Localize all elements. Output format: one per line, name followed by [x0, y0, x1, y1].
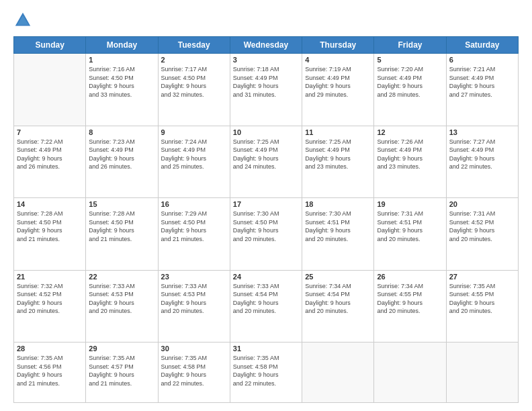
day-number: 18: [305, 200, 371, 208]
day-info: Sunrise: 7:34 AMSunset: 4:54 PMDaylight:…: [305, 282, 371, 316]
day-info: Sunrise: 7:21 AMSunset: 4:49 PMDaylight:…: [449, 65, 515, 99]
calendar-week-2: 7Sunrise: 7:22 AMSunset: 4:49 PMDaylight…: [14, 126, 519, 198]
page: SundayMondayTuesdayWednesdayThursdayFrid…: [0, 0, 532, 411]
day-info: Sunrise: 7:28 AMSunset: 4:50 PMDaylight:…: [17, 210, 83, 243]
day-number: 21: [17, 273, 83, 281]
day-info: Sunrise: 7:28 AMSunset: 4:50 PMDaylight:…: [89, 210, 154, 243]
calendar-cell: 15Sunrise: 7:28 AMSunset: 4:50 PMDayligh…: [86, 198, 158, 271]
day-info: Sunrise: 7:30 AMSunset: 4:50 PMDaylight:…: [233, 210, 299, 243]
calendar-cell: 12Sunrise: 7:26 AMSunset: 4:49 PMDayligh…: [374, 126, 446, 198]
day-number: 12: [377, 128, 443, 136]
day-info: Sunrise: 7:34 AMSunset: 4:55 PMDaylight:…: [377, 282, 443, 316]
day-info: Sunrise: 7:35 AMSunset: 4:58 PMDaylight:…: [161, 354, 227, 387]
calendar-cell: 31Sunrise: 7:35 AMSunset: 4:58 PMDayligh…: [230, 342, 302, 403]
logo: [13, 11, 35, 30]
day-number: 30: [161, 345, 227, 353]
day-info: Sunrise: 7:35 AMSunset: 4:57 PMDaylight:…: [89, 354, 154, 387]
calendar-week-3: 14Sunrise: 7:28 AMSunset: 4:50 PMDayligh…: [14, 198, 519, 271]
header: [13, 11, 519, 30]
day-info: Sunrise: 7:20 AMSunset: 4:49 PMDaylight:…: [377, 65, 443, 99]
day-number: 16: [161, 200, 227, 208]
calendar-cell: 9Sunrise: 7:24 AMSunset: 4:49 PMDaylight…: [158, 126, 230, 198]
calendar-cell: 26Sunrise: 7:34 AMSunset: 4:55 PMDayligh…: [374, 270, 446, 342]
day-number: 15: [89, 200, 154, 208]
day-number: 3: [233, 56, 299, 64]
day-info: Sunrise: 7:35 AMSunset: 4:55 PMDaylight:…: [449, 282, 515, 316]
day-number: 7: [17, 128, 83, 136]
calendar-cell: 30Sunrise: 7:35 AMSunset: 4:58 PMDayligh…: [158, 342, 230, 403]
day-number: 28: [17, 345, 83, 353]
calendar-cell: 22Sunrise: 7:33 AMSunset: 4:53 PMDayligh…: [86, 270, 158, 342]
calendar-cell: 25Sunrise: 7:34 AMSunset: 4:54 PMDayligh…: [302, 270, 374, 342]
day-number: 4: [305, 56, 371, 64]
day-number: 1: [89, 56, 154, 64]
day-info: Sunrise: 7:25 AMSunset: 4:49 PMDaylight:…: [305, 138, 371, 171]
calendar-cell: 11Sunrise: 7:25 AMSunset: 4:49 PMDayligh…: [302, 126, 374, 198]
day-number: 31: [233, 345, 299, 353]
weekday-header-saturday: Saturday: [446, 37, 518, 54]
day-number: 20: [449, 200, 515, 208]
weekday-header-sunday: Sunday: [14, 37, 86, 54]
calendar-cell: [446, 342, 518, 403]
calendar-cell: [374, 342, 446, 403]
calendar-cell: 10Sunrise: 7:25 AMSunset: 4:49 PMDayligh…: [230, 126, 302, 198]
calendar-cell: 21Sunrise: 7:32 AMSunset: 4:52 PMDayligh…: [14, 270, 86, 342]
calendar-cell: 20Sunrise: 7:31 AMSunset: 4:52 PMDayligh…: [446, 198, 518, 271]
calendar-cell: 14Sunrise: 7:28 AMSunset: 4:50 PMDayligh…: [14, 198, 86, 271]
day-info: Sunrise: 7:27 AMSunset: 4:49 PMDaylight:…: [449, 138, 515, 171]
day-info: Sunrise: 7:33 AMSunset: 4:53 PMDaylight:…: [161, 282, 227, 316]
calendar-cell: 19Sunrise: 7:31 AMSunset: 4:51 PMDayligh…: [374, 198, 446, 271]
calendar-cell: 13Sunrise: 7:27 AMSunset: 4:49 PMDayligh…: [446, 126, 518, 198]
day-number: 13: [449, 128, 515, 136]
calendar-table: SundayMondayTuesdayWednesdayThursdayFrid…: [13, 36, 519, 403]
calendar-cell: 1Sunrise: 7:16 AMSunset: 4:50 PMDaylight…: [86, 54, 158, 126]
calendar-cell: 3Sunrise: 7:18 AMSunset: 4:49 PMDaylight…: [230, 54, 302, 126]
calendar-cell: 18Sunrise: 7:30 AMSunset: 4:51 PMDayligh…: [302, 198, 374, 271]
day-number: 11: [305, 128, 371, 136]
day-number: 27: [449, 273, 515, 281]
calendar-cell: 6Sunrise: 7:21 AMSunset: 4:49 PMDaylight…: [446, 54, 518, 126]
day-number: 23: [161, 273, 227, 281]
day-info: Sunrise: 7:33 AMSunset: 4:53 PMDaylight:…: [89, 282, 154, 316]
day-info: Sunrise: 7:22 AMSunset: 4:49 PMDaylight:…: [17, 138, 83, 171]
weekday-header-wednesday: Wednesday: [230, 37, 302, 54]
weekday-header-row: SundayMondayTuesdayWednesdayThursdayFrid…: [14, 37, 519, 54]
calendar-cell: 29Sunrise: 7:35 AMSunset: 4:57 PMDayligh…: [86, 342, 158, 403]
weekday-header-thursday: Thursday: [302, 37, 374, 54]
calendar-cell: 16Sunrise: 7:29 AMSunset: 4:50 PMDayligh…: [158, 198, 230, 271]
calendar-cell: 5Sunrise: 7:20 AMSunset: 4:49 PMDaylight…: [374, 54, 446, 126]
calendar-cell: 28Sunrise: 7:35 AMSunset: 4:56 PMDayligh…: [14, 342, 86, 403]
calendar-cell: 17Sunrise: 7:30 AMSunset: 4:50 PMDayligh…: [230, 198, 302, 271]
calendar-cell: [302, 342, 374, 403]
calendar-week-5: 28Sunrise: 7:35 AMSunset: 4:56 PMDayligh…: [14, 342, 519, 403]
calendar-cell: 8Sunrise: 7:23 AMSunset: 4:49 PMDaylight…: [86, 126, 158, 198]
day-info: Sunrise: 7:30 AMSunset: 4:51 PMDaylight:…: [305, 210, 371, 243]
logo-icon: [13, 11, 32, 30]
day-number: 26: [377, 273, 443, 281]
calendar-cell: 7Sunrise: 7:22 AMSunset: 4:49 PMDaylight…: [14, 126, 86, 198]
day-number: 19: [377, 200, 443, 208]
calendar-cell: 4Sunrise: 7:19 AMSunset: 4:49 PMDaylight…: [302, 54, 374, 126]
day-info: Sunrise: 7:32 AMSunset: 4:52 PMDaylight:…: [17, 282, 83, 316]
weekday-header-monday: Monday: [86, 37, 158, 54]
day-info: Sunrise: 7:35 AMSunset: 4:58 PMDaylight:…: [233, 354, 299, 387]
day-info: Sunrise: 7:31 AMSunset: 4:52 PMDaylight:…: [449, 210, 515, 243]
day-info: Sunrise: 7:29 AMSunset: 4:50 PMDaylight:…: [161, 210, 227, 243]
day-info: Sunrise: 7:19 AMSunset: 4:49 PMDaylight:…: [305, 65, 371, 99]
calendar-week-1: 1Sunrise: 7:16 AMSunset: 4:50 PMDaylight…: [14, 54, 519, 126]
calendar-cell: 27Sunrise: 7:35 AMSunset: 4:55 PMDayligh…: [446, 270, 518, 342]
calendar-week-4: 21Sunrise: 7:32 AMSunset: 4:52 PMDayligh…: [14, 270, 519, 342]
calendar-cell: [14, 54, 86, 126]
weekday-header-friday: Friday: [374, 37, 446, 54]
day-number: 8: [89, 128, 154, 136]
calendar-cell: 23Sunrise: 7:33 AMSunset: 4:53 PMDayligh…: [158, 270, 230, 342]
day-info: Sunrise: 7:31 AMSunset: 4:51 PMDaylight:…: [377, 210, 443, 243]
day-number: 29: [89, 345, 154, 353]
calendar-cell: 24Sunrise: 7:33 AMSunset: 4:54 PMDayligh…: [230, 270, 302, 342]
day-number: 9: [161, 128, 227, 136]
day-info: Sunrise: 7:16 AMSunset: 4:50 PMDaylight:…: [89, 65, 154, 99]
day-info: Sunrise: 7:24 AMSunset: 4:49 PMDaylight:…: [161, 138, 227, 171]
weekday-header-tuesday: Tuesday: [158, 37, 230, 54]
calendar-cell: 2Sunrise: 7:17 AMSunset: 4:50 PMDaylight…: [158, 54, 230, 126]
day-number: 6: [449, 56, 515, 64]
